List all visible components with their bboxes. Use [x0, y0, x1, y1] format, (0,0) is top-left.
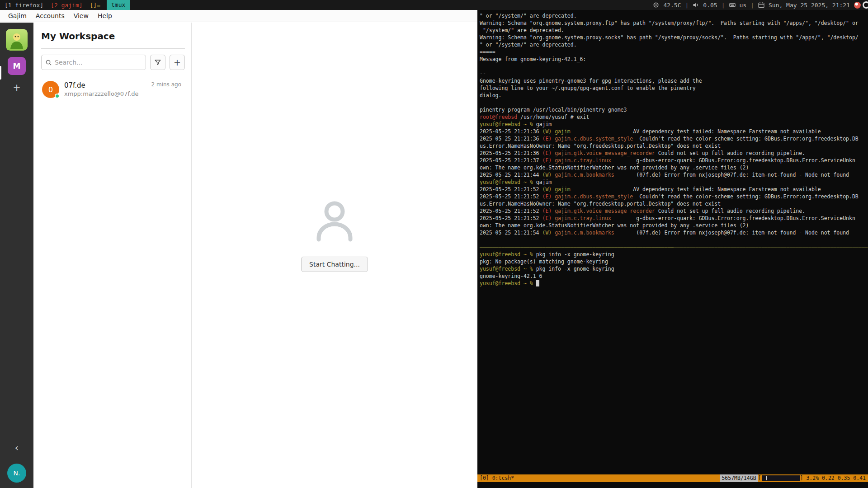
filter-icon	[154, 59, 161, 66]
collapse-sidebar-button[interactable]: ‹	[0, 440, 33, 455]
system-bar: [1 firefox] [2 gajim] []= tmux 42.5C | 0…	[0, 0, 868, 10]
terminal-window[interactable]: " or "/system/" are deprecated.Warning: …	[477, 10, 868, 488]
account-avatar[interactable]: N.	[7, 464, 26, 483]
meter-bracket-open: [	[758, 474, 761, 482]
add-chat-button[interactable]: +	[170, 55, 185, 70]
terminal-line: us.Error.NameHasNoOwner: Name "org.freed…	[480, 142, 868, 150]
menu-help[interactable]: Help	[93, 10, 117, 22]
chat-placeholder-area: Start Chatting...	[192, 23, 477, 488]
temperature-icon	[653, 2, 659, 8]
chat-name: 07f.de	[64, 81, 138, 89]
tmux-session-window[interactable]: [0] 0:tcsh*	[480, 474, 514, 482]
menu-view[interactable]: View	[69, 10, 93, 22]
terminal-line: 2025-05-25 21:21:36 (E) gajim.gtk.voice_…	[480, 150, 868, 157]
search-box[interactable]	[41, 55, 146, 70]
clock-value: Sun, May 25 2025, 21:21	[769, 2, 850, 9]
terminal-line: yusuf@freebsd ~ % gajim	[480, 121, 868, 128]
tray-status-icon[interactable]	[863, 1, 868, 9]
layout-symbol: []=	[90, 2, 100, 9]
memory-usage: 5657MB/14GB	[720, 474, 758, 482]
presence-online-dot	[55, 94, 60, 99]
terminal-line: root@freebsd /usr/home/yusuf # exit	[480, 113, 868, 121]
terminal-line: 2025-05-25 21:21:44 (W) gajim.c.m.bookma…	[480, 171, 868, 178]
terminal-line	[480, 236, 868, 244]
terminal-line: pkg: No package(s) matching gnome-keyrin…	[480, 258, 868, 265]
status-area: 42.5C | 0.05 | us | Sun, May 25 2025, 21…	[653, 1, 868, 9]
terminal-line: 2025-05-25 21:21:36 (W) gajim AV depende…	[480, 128, 868, 135]
terminal-line: =====	[480, 48, 868, 56]
keyboard-layout-value: us	[740, 2, 747, 9]
terminal-line: 2025-05-25 21:21:54 (W) gajim.c.m.bookma…	[480, 229, 868, 236]
separator: |	[685, 2, 689, 9]
terminal-line: Warning: Schema "org.gnome.system.proxy.…	[480, 19, 868, 27]
terminal-line: yusuf@freebsd ~ %	[480, 280, 868, 287]
load-average: 3.2% 0.22 0.35 0.41	[806, 474, 866, 482]
terminal-line: following line to your ~/.gnupg/gpg-agen…	[480, 84, 868, 92]
terminal-line	[480, 63, 868, 70]
terminal-line: Message from gnome-keyring-42.1_6:	[480, 56, 868, 63]
workspace-indicator-gajim[interactable]: [2 gajim]	[51, 2, 82, 9]
gajim-window: Gajim Accounts View Help	[0, 10, 477, 488]
terminal-output: " or "/system/" are deprecated.Warning: …	[480, 12, 868, 287]
terminal-line: " or "/system/" are deprecated.	[480, 41, 868, 48]
terminal-line: 2025-05-25 21:21:52 (W) gajim AV depende…	[480, 186, 868, 193]
chat-timestamp: 2 mins ago	[151, 81, 181, 88]
terminal-line: 2025-05-25 21:21:52 (E) gajim.gtk.voice_…	[480, 207, 868, 215]
system-tray	[854, 1, 867, 9]
cpu-meter	[762, 475, 800, 481]
chat-address: xmpp:marzzzello@07f.de	[64, 90, 138, 97]
terminal-line: " or "/system/" are deprecated.	[480, 12, 868, 19]
separator: |	[722, 2, 725, 9]
meter-bracket-close: ]	[800, 474, 803, 482]
volume-value: 0.05	[703, 2, 717, 9]
terminal-line: 2025-05-25 21:21:37 (E) gajim.c.tray.lin…	[480, 157, 868, 164]
terminal-line: own: The name org.kde.StatusNotifierWatc…	[480, 164, 868, 171]
workspace-sidebar: M + ‹ N.	[0, 23, 33, 488]
temperature-value: 42.5C	[663, 2, 681, 9]
terminal-line: Warning: Schema "org.gnome.system.proxy.…	[480, 34, 868, 41]
terminal-line: dialog.	[480, 92, 868, 99]
workspace-indicator-firefox[interactable]: [1 firefox]	[5, 2, 43, 9]
app-avatar[interactable]	[6, 29, 28, 51]
chat-list-item[interactable]: 0 07f.de xmpp:marzzzello@07f.de 2 mins a…	[41, 80, 185, 99]
terminal-line: yusuf@freebsd ~ % pkg info -x gnome-keyr…	[480, 265, 868, 272]
search-icon	[45, 59, 52, 66]
terminal-line: us.Error.NameHasNoOwner: Name "org.freed…	[480, 200, 868, 207]
keyboard-icon	[729, 2, 736, 8]
separator: |	[750, 2, 754, 9]
tray-gajim-icon[interactable]	[854, 2, 861, 9]
workspace-panel: My Workspace + 0 07f.de x	[33, 23, 192, 488]
terminal-line: gnome-keyring-42.1_6	[480, 272, 868, 280]
tmux-status-bar: [0] 0:tcsh* 5657MB/14GB [ ] 3.2% 0.22 0.…	[477, 474, 868, 482]
terminal-line: 2025-05-25 21:21:52 (E) gajim.c.tray.lin…	[480, 215, 868, 222]
terminal-line: --	[480, 70, 868, 77]
active-workspace-indicator	[0, 66, 1, 80]
terminal-line: yusuf@freebsd ~ % pkg info -x gnome-keyr…	[480, 251, 868, 258]
focused-window-title: tmux	[107, 0, 130, 10]
terminal-line: "/system/" are deprecated.	[480, 27, 868, 34]
filter-button[interactable]	[150, 55, 165, 70]
add-workspace-button[interactable]: +	[9, 80, 24, 95]
workspace-title: My Workspace	[41, 31, 185, 42]
person-placeholder-icon	[312, 198, 357, 243]
terminal-line: 2025-05-25 21:21:36 (E) gajim.c.dbus.sys…	[480, 135, 868, 142]
menu-gajim[interactable]: Gajim	[4, 10, 31, 22]
search-input[interactable]	[55, 59, 142, 66]
terminal-line: Gnome-keyring uses pinentry-gnome3 for g…	[480, 77, 868, 84]
menubar: Gajim Accounts View Help	[0, 10, 477, 22]
divider	[41, 48, 185, 49]
terminal-line: pinentry-program /usr/local/bin/pinentry…	[480, 106, 868, 113]
terminal-line: ────────────────────────────────────────…	[480, 244, 868, 251]
menu-accounts[interactable]: Accounts	[31, 10, 69, 22]
start-chatting-button[interactable]: Start Chatting...	[301, 257, 368, 272]
calendar-icon	[758, 2, 764, 8]
terminal-line	[480, 99, 868, 106]
volume-icon	[693, 2, 699, 8]
terminal-line: yusuf@freebsd ~ % gajim	[480, 178, 868, 186]
workspace-button-m[interactable]: M	[8, 57, 26, 75]
terminal-line: own: The name org.kde.StatusNotifierWatc…	[480, 222, 868, 229]
terminal-line: 2025-05-25 21:21:52 (E) gajim.c.dbus.sys…	[480, 193, 868, 200]
